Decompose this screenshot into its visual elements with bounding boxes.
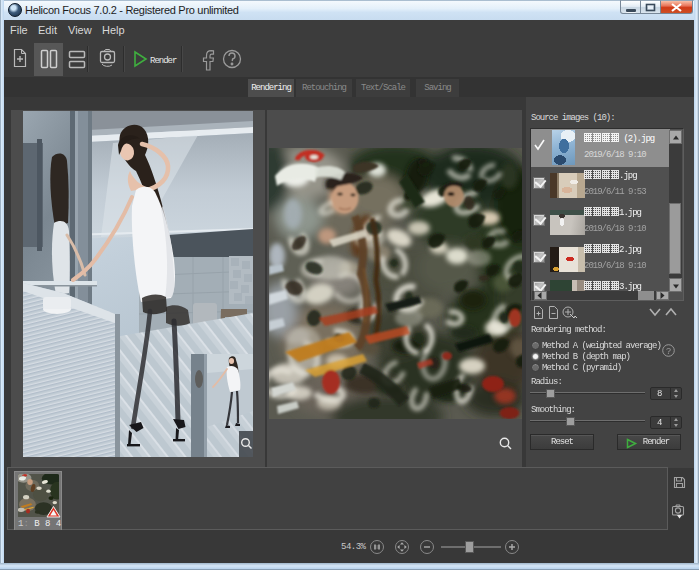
svg-text:?: ? bbox=[666, 346, 671, 356]
svg-text:Render: Render bbox=[150, 56, 177, 66]
